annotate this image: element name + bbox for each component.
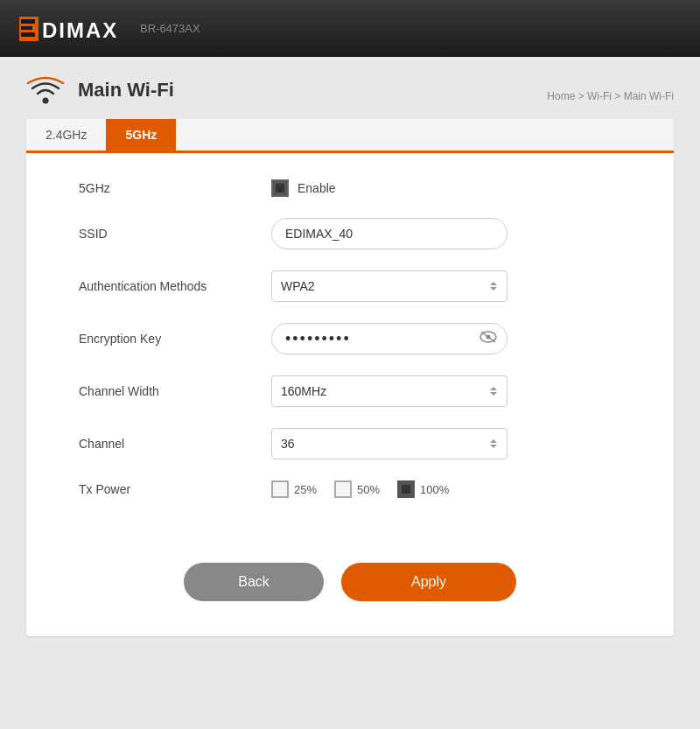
model-number: BR-6473AX	[140, 22, 200, 35]
tx-50-item: 50%	[334, 480, 380, 498]
svg-point-5	[43, 98, 49, 104]
auth-select[interactable]: WPA2 WPA3 WPA2/WPA3 Open	[271, 270, 508, 302]
enable-checkbox[interactable]	[271, 179, 289, 197]
row-channel-width: Channel Width 160MHz 80MHz 40MHz 20MHz	[79, 375, 621, 407]
back-button[interactable]: Back	[184, 563, 324, 601]
control-enc	[271, 323, 621, 354]
title-area: Main Wi-Fi Home > Wi-Fi > Main Wi-Fi	[26, 74, 674, 106]
enable-checkbox-label: Enable	[298, 181, 336, 195]
logo-area: DIMAX BR-6473AX	[18, 13, 200, 45]
wifi-icon	[26, 74, 65, 106]
control-auth: WPA2 WPA3 WPA2/WPA3 Open	[271, 270, 621, 302]
label-auth: Authentication Methods	[79, 279, 254, 293]
tx-100-item: 100%	[397, 480, 449, 498]
page-title-group: Main Wi-Fi	[26, 74, 174, 106]
control-enable: Enable	[271, 179, 621, 197]
control-tx-power: 25% 50% 100%	[271, 480, 621, 498]
form-area: 5GHz Enable SSID Authentication Methods	[26, 153, 674, 545]
label-tx-power: Tx Power	[79, 482, 254, 496]
eye-slash-icon	[480, 331, 497, 343]
enc-key-input[interactable]	[271, 323, 508, 354]
breadcrumb-home[interactable]: Home	[547, 90, 575, 102]
tx-100-label: 100%	[420, 483, 449, 496]
channel-width-select[interactable]: 160MHz 80MHz 40MHz 20MHz	[271, 375, 508, 407]
channel-select[interactable]: 36 40 44 48	[271, 428, 508, 459]
tx-25-radio[interactable]	[271, 480, 289, 498]
row-tx-power: Tx Power 25% 50% 100%	[79, 480, 621, 498]
edimax-logo: DIMAX	[18, 13, 122, 45]
toggle-password-button[interactable]	[480, 331, 497, 347]
tx-25-item: 25%	[271, 480, 317, 498]
label-channel-width: Channel Width	[79, 384, 254, 398]
breadcrumb-current: Main Wi-Fi	[624, 90, 674, 102]
control-channel-width: 160MHz 80MHz 40MHz 20MHz	[271, 375, 621, 407]
apply-button[interactable]: Apply	[341, 563, 516, 601]
svg-text:DIMAX: DIMAX	[42, 18, 118, 42]
button-row: Back Apply	[26, 545, 674, 636]
breadcrumb-wifi[interactable]: Wi-Fi	[587, 90, 612, 102]
row-ssid: SSID	[79, 218, 621, 249]
svg-rect-1	[21, 19, 35, 24]
row-auth: Authentication Methods WPA2 WPA3 WPA2/WP…	[79, 270, 621, 302]
header: DIMAX BR-6473AX	[0, 0, 700, 57]
row-channel: Channel 36 40 44 48	[79, 428, 621, 459]
row-enable: 5GHz Enable	[79, 179, 621, 197]
control-channel: 36 40 44 48	[271, 428, 621, 459]
tx-100-radio[interactable]	[397, 480, 415, 498]
tx-50-radio[interactable]	[334, 480, 352, 498]
enable-checkbox-group: Enable	[271, 179, 336, 197]
page-title: Main Wi-Fi	[78, 79, 174, 102]
tx-50-label: 50%	[357, 483, 380, 496]
tx-25-label: 25%	[294, 483, 317, 496]
label-enc: Encryption Key	[79, 332, 254, 346]
label-channel: Channel	[79, 437, 254, 451]
tab-5ghz[interactable]: 5GHz	[106, 119, 176, 151]
row-enc: Encryption Key	[79, 323, 621, 354]
svg-rect-2	[21, 26, 32, 30]
tab-2.4ghz[interactable]: 2.4GHz	[26, 119, 106, 151]
breadcrumb: Home > Wi-Fi > Main Wi-Fi	[547, 90, 674, 102]
password-wrapper	[271, 323, 508, 354]
tx-power-radio-group: 25% 50% 100%	[271, 480, 459, 498]
label-ssid: SSID	[79, 227, 254, 241]
tabs-bar: 2.4GHz 5GHz	[26, 119, 674, 153]
main-card: 2.4GHz 5GHz 5GHz Enable SSID	[26, 119, 674, 636]
ssid-input[interactable]	[271, 218, 508, 249]
label-enable: 5GHz	[79, 181, 254, 195]
svg-rect-3	[21, 32, 35, 37]
control-ssid	[271, 218, 621, 249]
